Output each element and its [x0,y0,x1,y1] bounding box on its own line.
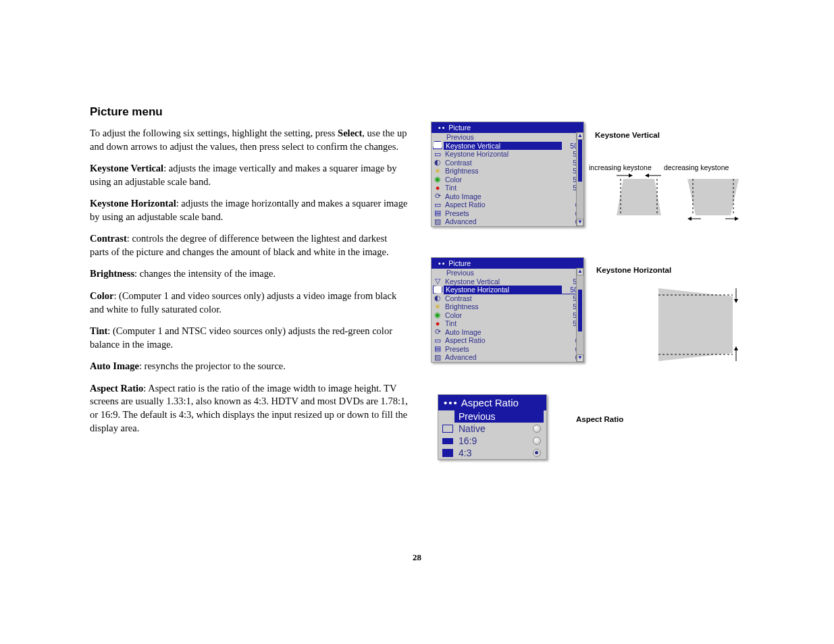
advanced-icon: ▨ [433,218,442,225]
auto-image-icon: ⟳ [433,329,442,336]
svg-marker-0 [617,179,661,215]
svg-marker-7 [687,217,692,221]
brightness-icon: ☀ [433,167,442,174]
picture-menu-kv: ••Picture Previous Keystone Vertical50 ▭… [431,122,584,227]
scroll-down-icon[interactable]: ▼ [577,219,583,226]
advanced-icon: ▨ [433,354,442,360]
menu-item-kv[interactable]: ▽Keystone Vertical50 [432,277,583,286]
radio-selected-icon [533,449,541,457]
menu-item-native[interactable]: Native [438,423,546,435]
label-ar: Aspect Ratio [576,415,623,423]
def-aspect-ratio: Aspect Ratio: Aspect ratio is the ratio … [90,382,409,435]
trapezoid-h-icon: ▭ [433,151,442,157]
radio-icon [533,425,541,433]
scroll-up-icon[interactable]: ▲ [577,132,583,140]
def-contrast: Contrast: controls the degree of differe… [90,232,409,259]
menu-item-previous[interactable]: Previous [454,410,544,423]
contrast-icon: ◐ [433,159,442,166]
tint-icon: ● [433,184,442,191]
label-increasing: increasing keystone [589,163,652,171]
menu-item-color[interactable]: ◉Color50 [432,176,583,184]
scroll-thumb[interactable] [578,140,582,182]
radio-icon [533,437,541,445]
menu-item-kh[interactable]: Keystone Horizontal50 [444,286,582,294]
intro-paragraph: To adjust the following six settings, hi… [90,127,409,153]
trapezoid-v-icon [433,141,442,149]
menu-item-kh[interactable]: ▭Keystone Horizontal50 [432,150,583,159]
svg-marker-2 [629,173,633,178]
intro-pre: To adjust the following six settings, hi… [90,128,338,138]
menu-item-color[interactable]: ◉Color50 [432,311,583,320]
menu-item-auto-image[interactable]: ⟳Auto Image [432,328,583,337]
increasing-keystone-figure [615,173,662,221]
menu-item-presets[interactable]: ▤Presets► [432,345,583,354]
menu-title: ••Picture [432,122,583,133]
menu-item-previous[interactable]: Previous [432,133,583,142]
intro-select: Select [338,128,362,138]
svg-marker-9 [735,217,739,221]
def-auto-image: Auto Image: resynchs the projector to th… [90,360,409,373]
svg-marker-4 [645,173,649,178]
wide-rect-icon [442,438,453,444]
menu-title: •••Aspect Ratio [438,395,546,410]
horizontal-keystone-figure [657,287,738,371]
rect-icon [442,449,453,457]
contrast-icon: ◐ [433,295,442,302]
menu-item-16-9[interactable]: 16:9 [438,435,546,447]
def-tint: Tint: (Computer 1 and NTSC video sources… [90,325,409,351]
label-decreasing: decreasing keystone [664,163,729,171]
menu-item-advanced[interactable]: ▨Advanced► [432,353,583,362]
menu-item-auto-image[interactable]: ⟳Auto Image [432,192,583,201]
aspect-ratio-icon: ▭ [433,201,442,208]
menu-item-aspect-ratio[interactable]: ▭Aspect Ratio► [432,200,583,209]
menu-item-previous[interactable]: Previous [432,269,583,277]
svg-marker-10 [658,288,733,361]
brightness-icon: ☀ [433,303,442,310]
label-kv: Keystone Vertical [595,131,660,139]
scroll-down-icon[interactable]: ▼ [577,354,583,362]
decreasing-keystone-figure [686,173,740,221]
page-number: 28 [0,552,834,563]
presets-icon: ▤ [433,210,442,217]
page-heading: Picture menu [90,105,409,120]
def-keystone-vertical: Keystone Vertical: adjusts the image ver… [90,162,409,188]
menu-item-tint[interactable]: ●Tint50 [432,319,583,328]
menu-title: ••Picture [432,258,583,269]
svg-marker-14 [734,346,738,350]
menu-item-contrast[interactable]: ◐Contrast50 [432,159,583,167]
svg-marker-12 [734,299,738,303]
scroll-thumb[interactable] [578,290,582,331]
trapezoid-v-icon: ▽ [433,278,442,285]
scroll-up-icon[interactable]: ▲ [577,268,583,275]
trapezoid-h-icon [433,286,442,294]
def-keystone-horizontal: Keystone Horizontal: adjusts the image h… [90,197,409,223]
color-icon: ◉ [433,312,442,319]
square-outline-icon [442,425,453,433]
label-kh: Keystone Horizontal [596,266,671,274]
auto-image-icon: ⟳ [433,193,442,200]
menu-item-contrast[interactable]: ◐Contrast50 [432,294,583,303]
aspect-ratio-menu: •••Aspect Ratio Previous Native 16:9 4:3 [438,394,547,460]
tint-icon: ● [433,320,442,327]
menu-scrollbar[interactable]: ▲ ▼ [576,268,583,362]
menu-item-tint[interactable]: ●Tint50 [432,184,583,192]
menu-scrollbar[interactable]: ▲ ▼ [576,132,583,226]
def-brightness: Brightness: changes the intensity of the… [90,267,409,281]
svg-marker-5 [687,179,739,215]
menu-item-kv[interactable]: Keystone Vertical50 [444,142,582,151]
presets-icon: ▤ [433,346,442,352]
menu-item-advanced[interactable]: ▨Advanced► [432,217,583,226]
menu-item-aspect-ratio[interactable]: ▭Aspect Ratio► [432,336,583,345]
menu-item-brightness[interactable]: ☀Brightness50 [432,302,583,311]
aspect-ratio-icon: ▭ [433,337,442,344]
picture-menu-kh: ••Picture Previous ▽Keystone Vertical50 … [431,257,584,363]
menu-item-presets[interactable]: ▤Presets► [432,209,583,218]
color-icon: ◉ [433,176,442,183]
def-color: Color: (Computer 1 and video sources onl… [90,290,409,316]
text-column: Picture menu To adjust the following six… [90,105,409,444]
menu-item-4-3[interactable]: 4:3 [438,447,546,459]
menu-item-brightness[interactable]: ☀Brightness50 [432,167,583,176]
